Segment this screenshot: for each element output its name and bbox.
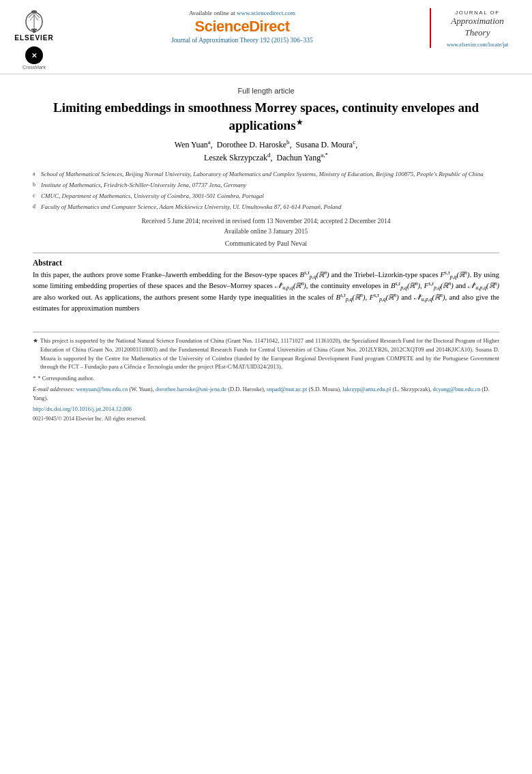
abstract-text: In this paper, the authors prove some Fr… [33, 270, 499, 314]
crossmark-icon: ✕ [31, 52, 37, 59]
author-3: Susana D. Mourac, [296, 140, 358, 149]
footnote-corresponding: * * Corresponding author. [33, 374, 499, 383]
footer-notes: ★ This project is supported by the Natio… [33, 332, 499, 423]
author-5: Dachun Yanga,* [277, 153, 328, 162]
aff-sup-a: a [33, 170, 38, 180]
aff-text-a: School of Mathematical Sciences, Beijing… [41, 170, 484, 180]
math-expr-2: Fs,τp,q(ℝn) [440, 271, 469, 278]
math-expr-6: 𝒩su,p,q(ℝn) [468, 282, 499, 289]
aff-text-d: Faculty of Mathematics and Computer Scie… [41, 203, 342, 212]
svg-rect-7 [31, 29, 37, 30]
elsevier-brand-label: ELSEVIER [14, 34, 53, 42]
section-divider [33, 253, 499, 253]
footnote-corresponding-symbol: * [33, 374, 35, 383]
math-expr-3: 𝒩su,p,q(ℝn) [275, 282, 306, 289]
email-label: E-mail addresses: [33, 386, 74, 392]
aff-sup-d: d [33, 203, 38, 212]
article-type: Full length article [33, 87, 499, 95]
affiliation-b: b Institute of Mathematics, Friedrich-Sc… [33, 181, 499, 190]
aff-text-c: CMUC, Department of Mathematics, Univers… [41, 192, 264, 201]
email-yuan[interactable]: wenyuan@bnu.edu.cn [76, 386, 128, 392]
author-4: Leszek Skrzypczakd, [204, 153, 274, 162]
page: ELSEVIER ✕ CrossMark Available online at… [0, 0, 532, 774]
crossmark-label: CrossMark [23, 65, 46, 70]
sciencedirect-header: Available online at www.sciencedirect.co… [61, 8, 423, 44]
footnote-star-symbol: ★ [33, 336, 38, 371]
author-2: Dorothee D. Haroskeb, [217, 140, 294, 149]
math-expr-5: Fs,τp,q(ℝn) [424, 282, 454, 289]
header: ELSEVIER ✕ CrossMark Available online at… [0, 0, 532, 74]
email-yang[interactable]: dcyang@bnu.edu.cn [433, 386, 481, 392]
supported-by-text: supported by [75, 337, 105, 344]
elsevier-tree-logo [14, 8, 55, 34]
aff-text-b: Institute of Mathematics, Friedrich-Schi… [41, 181, 246, 190]
journal-name: ApproximationTheory [437, 16, 518, 39]
journal-link[interactable]: Journal of Approximation Theory 192 (201… [171, 37, 313, 44]
title-star: ★ [296, 117, 304, 127]
article-dates: Received 5 June 2014; received in revise… [33, 216, 499, 237]
journal-url[interactable]: www.elsevier.com/locate/jat [437, 42, 518, 48]
affiliation-a: a School of Mathematical Sciences, Beiji… [33, 170, 499, 180]
footnote-doi: http://dx.doi.org/10.1016/j.jat.2014.12.… [33, 405, 499, 414]
footer-copyright: 0021-9045/© 2014 Elsevier Inc. All right… [33, 415, 499, 423]
elsevier-logo-area: ELSEVIER ✕ CrossMark [14, 8, 55, 70]
communicated-by: Communicated by Paul Nevai [33, 240, 499, 247]
sciencedirect-brand: ScienceDirect [194, 18, 289, 35]
math-expr-9: 𝒩su,p,q(ℝn) [414, 293, 445, 301]
article-content: Full length article Limiting embeddings … [0, 74, 532, 325]
footnote-star-text: This project is supported by the Nationa… [40, 336, 499, 371]
footnote-email: E-mail addresses: wenyuan@bnu.edu.cn (W.… [33, 385, 499, 403]
email-moura[interactable]: snpad@mat.uc.pt [267, 386, 307, 392]
author-1: Wen Yuana, [175, 140, 215, 149]
journal-issue-line: Journal of Approximation Theory 192 (201… [171, 37, 313, 44]
svg-point-8 [31, 10, 37, 13]
math-expr-4: Bs,τp,q(ℝn) [391, 282, 420, 289]
journal-branding: JOURNAL OF ApproximationTheory www.elsev… [430, 8, 518, 48]
aff-sup-b: b [33, 181, 38, 190]
available-online-text: Available online at www.sciencedirect.co… [189, 10, 295, 16]
article-title: Limiting embeddings in smoothness Morrey… [33, 99, 499, 134]
sciencedirect-url[interactable]: www.sciencedirect.com [237, 10, 295, 16]
affiliations: a School of Mathematical Sciences, Beiji… [33, 170, 499, 212]
crossmark-badge: ✕ [25, 46, 43, 64]
abstract-title: Abstract [33, 259, 499, 267]
footnote-star: ★ This project is supported by the Natio… [33, 336, 499, 371]
doi-link[interactable]: http://dx.doi.org/10.1016/j.jat.2014.12.… [33, 405, 132, 412]
math-expr-8: Fs,τp,q(ℝn) [370, 293, 399, 301]
email-skrzypczak[interactable]: lakrzyp@amu.edu.pl [342, 386, 391, 392]
affiliation-c: c CMUC, Department of Mathematics, Unive… [33, 192, 499, 201]
authors-list: Wen Yuana, Dorothee D. Haroskeb, Susana … [33, 139, 499, 164]
math-expr-7: Bs,τp,q(ℝn) [336, 293, 366, 301]
aff-sup-c: c [33, 192, 38, 201]
journal-of-label: JOURNAL OF [437, 10, 518, 16]
affiliation-d: d Faculty of Mathematics and Computer Sc… [33, 203, 499, 212]
footnote-corresponding-text: * Corresponding author. [38, 374, 93, 383]
math-expr-1: Bs,τp,q(ℝn) [300, 271, 329, 278]
abstract-section: Abstract In this paper, the authors prov… [33, 259, 499, 314]
email-haroske[interactable]: dorothee.haroske@uni-jena.de [156, 386, 226, 392]
